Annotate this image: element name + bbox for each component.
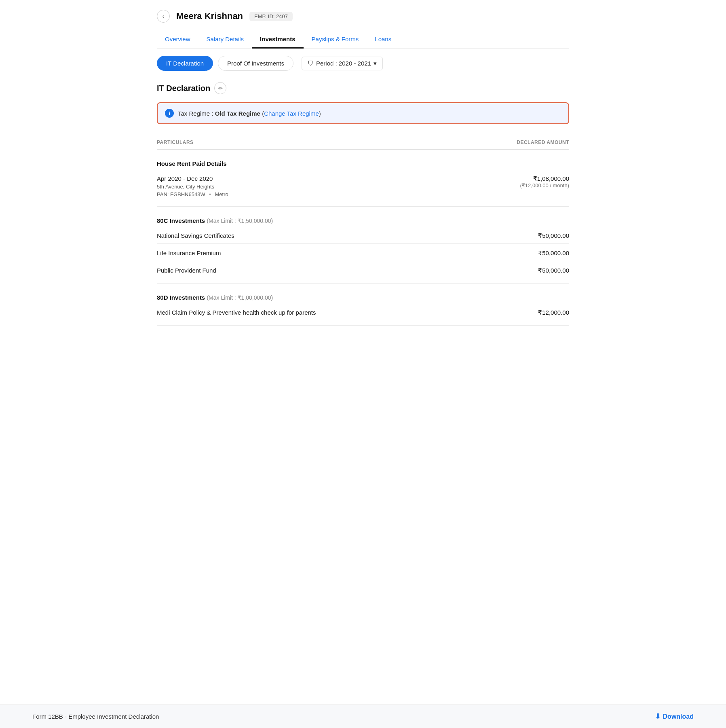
period-label: Period : 2020 - 2021 (316, 60, 371, 67)
back-button[interactable]: ‹ (157, 10, 170, 23)
dropdown-icon: ▾ (374, 60, 377, 67)
tab-salary-details[interactable]: Salary Details (198, 31, 252, 49)
period-filter[interactable]: ⛉ Period : 2020 - 2021 ▾ (302, 57, 383, 70)
item-amount-lip: ₹50,000.00 (538, 250, 569, 257)
item-amount-medi: ₹12,000.00 (538, 309, 569, 316)
tax-regime-text: Tax Regime : Old Tax Regime (Change Tax … (178, 110, 321, 117)
tab-overview[interactable]: Overview (157, 31, 198, 49)
col-particulars: PARTICULARS (157, 140, 194, 145)
sub-tab-proof-of-investments[interactable]: Proof Of Investments (218, 56, 293, 71)
filter-icon: ⛉ (308, 60, 314, 67)
item-amount-ppf: ₹50,000.00 (538, 267, 569, 274)
item-amount: ₹1,08,000.00 (₹12,000.00 / month) (520, 175, 569, 188)
category-80c: 80C Investments (Max Limit : ₹1,50,000.0… (157, 210, 569, 284)
item-label-lip: Life Insurance Premium (157, 250, 221, 256)
dot-separator: • (209, 191, 211, 197)
item-pan: PAN: FGBHN6543W • Metro (157, 191, 228, 197)
tab-investments[interactable]: Investments (252, 31, 304, 49)
employee-name: Meera Krishnan (176, 11, 243, 21)
category-80d: 80D Investments (Max Limit : ₹1,00,000.0… (157, 287, 569, 326)
change-regime-link[interactable]: Change Tax Regime (264, 110, 319, 117)
table-header: PARTICULARS DECLARED AMOUNT (157, 135, 569, 150)
category-title-row: House Rent Paid Details (157, 153, 569, 171)
item-details: Apr 2020 - Dec 2020 5th Avenue, City Hei… (157, 175, 228, 197)
item-label-ppf: Public Provident Fund (157, 267, 216, 274)
item-label-medi: Medi Claim Policy & Preventive health ch… (157, 309, 316, 316)
category-80c-limit: (Max Limit : ₹1,50,000.00) (207, 218, 273, 224)
category-80c-title-row: 80C Investments (Max Limit : ₹1,50,000.0… (157, 210, 569, 228)
item-label: Apr 2020 - Dec 2020 (157, 175, 228, 182)
divider (157, 243, 569, 244)
tab-loans[interactable]: Loans (367, 31, 399, 49)
investment-item-ppf: Public Provident Fund ₹50,000.00 (157, 263, 569, 277)
sub-tab-it-declaration[interactable]: IT Declaration (157, 56, 213, 71)
divider (157, 261, 569, 261)
investment-item: Apr 2020 - Dec 2020 5th Avenue, City Hei… (157, 171, 569, 200)
tab-payslips[interactable]: Payslips & Forms (304, 31, 367, 49)
info-icon: i (165, 109, 174, 118)
item-sub-address: 5th Avenue, City Heights (157, 184, 228, 190)
category-80d-title-row: 80D Investments (Max Limit : ₹1,00,000.0… (157, 287, 569, 305)
investment-item-nsc: National Savings Certificates ₹50,000.00 (157, 228, 569, 242)
category-house-rent: House Rent Paid Details Apr 2020 - Dec 2… (157, 153, 569, 207)
category-80c-title: 80C Investments (Max Limit : ₹1,50,000.0… (157, 217, 273, 224)
content-section: IT Declaration ✏ i Tax Regime : Old Tax … (157, 82, 569, 326)
edit-icon: ✏ (218, 85, 223, 91)
category-80d-title: 80D Investments (Max Limit : ₹1,00,000.0… (157, 294, 273, 301)
col-amount: DECLARED AMOUNT (517, 140, 569, 145)
back-icon: ‹ (163, 13, 165, 19)
emp-id-badge: EMP. ID: 2407 (249, 12, 293, 21)
edit-button[interactable]: ✏ (214, 82, 226, 94)
section-title: IT Declaration (157, 84, 210, 93)
main-tabs: Overview Salary Details Investments Pays… (157, 31, 569, 49)
tax-regime-banner: i Tax Regime : Old Tax Regime (Change Ta… (157, 102, 569, 124)
item-label-nsc: National Savings Certificates (157, 232, 234, 239)
regime-name: Old Tax Regime (215, 110, 260, 117)
sub-tabs-row: IT Declaration Proof Of Investments ⛉ Pe… (157, 49, 569, 75)
section-title-row: IT Declaration ✏ (157, 82, 569, 94)
category-title: House Rent Paid Details (157, 160, 227, 167)
category-80d-limit: (Max Limit : ₹1,00,000.00) (207, 294, 273, 301)
investment-item-lip: Life Insurance Premium ₹50,000.00 (157, 245, 569, 259)
investment-item-medi: Medi Claim Policy & Preventive health ch… (157, 305, 569, 319)
header: ‹ Meera Krishnan EMP. ID: 2407 (157, 10, 569, 23)
item-amount-sub: (₹12,000.00 / month) (520, 182, 569, 188)
item-amount-nsc: ₹50,000.00 (538, 232, 569, 239)
